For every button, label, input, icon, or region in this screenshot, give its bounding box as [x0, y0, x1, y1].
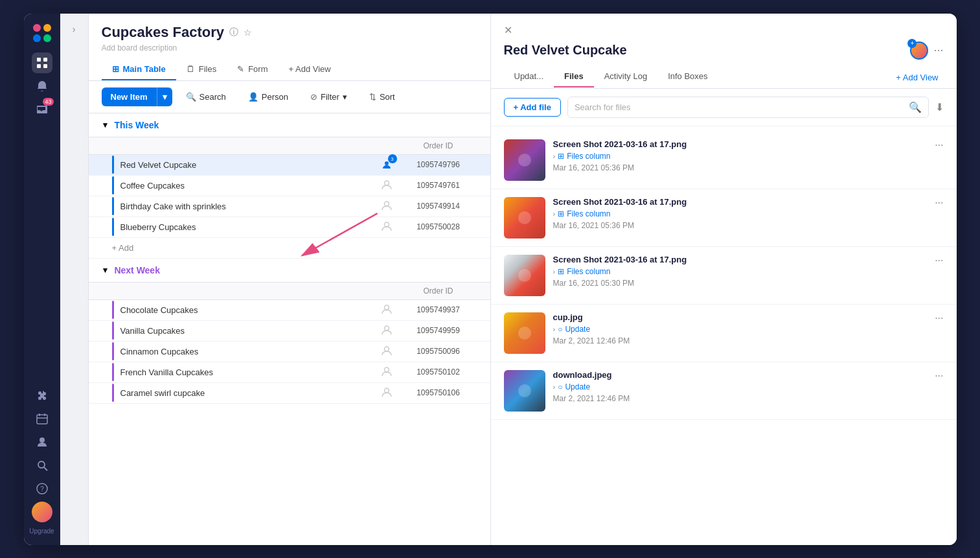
- svg-text:?: ?: [40, 485, 44, 493]
- file-more-button[interactable]: ···: [935, 197, 943, 209]
- nav-calendar-icon[interactable]: [32, 408, 52, 429]
- tab-form[interactable]: ✎ Form: [227, 59, 278, 80]
- upgrade-label[interactable]: Upgrade: [29, 528, 54, 535]
- add-file-button[interactable]: + Add file: [504, 98, 561, 117]
- table-row[interactable]: Vanilla Cupcakes 1095749959: [89, 321, 490, 342]
- filter-button[interactable]: ⊘ Filter ▾: [302, 87, 356, 106]
- row-name: Chocolate Cupcakes: [120, 300, 374, 320]
- file-more-button[interactable]: ···: [935, 312, 943, 324]
- row-name: Cinnamon Cupcakes: [120, 342, 374, 362]
- file-more-button[interactable]: ···: [935, 255, 943, 266]
- board-subtitle[interactable]: Add board description: [102, 43, 477, 52]
- tab-info-boxes[interactable]: Info Boxes: [657, 66, 718, 87]
- person-button[interactable]: 👤 Person: [240, 87, 297, 106]
- svg-point-27: [518, 154, 531, 167]
- file-source-icon-type: ⊞: [558, 152, 564, 161]
- row-order-id: 1095749761: [400, 181, 477, 190]
- group-this-week: ▼ This Week Order ID Red Velvet Cupcake: [89, 113, 490, 259]
- group-chevron-this-week[interactable]: ▼: [102, 121, 109, 130]
- detail-more-icon[interactable]: ···: [933, 43, 943, 57]
- nav-home-icon[interactable]: [32, 52, 52, 73]
- tab-add-view[interactable]: + Add View: [279, 59, 341, 80]
- tab-files[interactable]: 🗒 Files: [176, 59, 227, 80]
- file-source-chevron: ›: [553, 210, 556, 218]
- board-info-icon[interactable]: ⓘ: [229, 27, 238, 38]
- person-empty-icon[interactable]: [382, 221, 392, 233]
- user-avatar[interactable]: [32, 502, 52, 522]
- tab-add-view-label: + Add View: [289, 64, 331, 74]
- new-item-label: New Item: [102, 87, 157, 106]
- person-empty-icon[interactable]: [382, 345, 392, 358]
- sort-button[interactable]: ⇅ Sort: [361, 87, 404, 106]
- person-empty-icon[interactable]: [382, 200, 392, 213]
- file-source[interactable]: › ○ Update: [553, 382, 928, 391]
- nav-inbox-icon[interactable]: 43: [32, 99, 52, 120]
- tab-updates[interactable]: Updat...: [504, 66, 554, 87]
- file-more-button[interactable]: ···: [935, 139, 943, 151]
- nav-person-icon[interactable]: [32, 432, 52, 452]
- add-row-this-week[interactable]: + Add: [89, 238, 490, 259]
- svg-point-0: [33, 24, 41, 32]
- file-source[interactable]: › ○ Update: [553, 325, 928, 334]
- filter-chevron: ▾: [343, 92, 347, 102]
- file-item[interactable]: cup.jpg › ○ Update Mar 2, 2021 12:46 PM …: [491, 305, 957, 362]
- group-this-week-header: ▼ This Week: [89, 113, 490, 137]
- file-source-label: Files column: [567, 267, 610, 276]
- row-order-id: 1095750102: [400, 367, 477, 377]
- row-indicator: [112, 156, 114, 174]
- file-more-button[interactable]: ···: [935, 370, 943, 382]
- detail-avatar-plus[interactable]: +: [907, 39, 917, 48]
- row-person-cell: [374, 366, 400, 378]
- nav-bell-icon[interactable]: [32, 76, 52, 97]
- group-chevron-next-week[interactable]: ▼: [102, 266, 109, 275]
- tab-main-table[interactable]: ⊞ Main Table: [102, 59, 176, 80]
- table-row[interactable]: Coffee Cupcakes 1095749761: [89, 176, 490, 196]
- download-all-button[interactable]: ⬇: [935, 101, 944, 113]
- svg-rect-8: [37, 415, 47, 424]
- detail-close-button[interactable]: ✕: [504, 24, 512, 36]
- table-row[interactable]: French Vanilla Cupcakes 1095750102: [89, 362, 490, 383]
- table-row[interactable]: Red Velvet Cupcake 3 1095749796: [89, 155, 490, 176]
- file-item[interactable]: Screen Shot 2021-03-16 at 17.png › ⊞ Fil…: [491, 132, 957, 189]
- board-star-icon[interactable]: ☆: [244, 27, 252, 38]
- new-item-arrow[interactable]: ▾: [157, 87, 172, 106]
- table-row[interactable]: Cinnamon Cupcakes 1095750096: [89, 342, 490, 362]
- tab-activity-log[interactable]: Activity Log: [594, 66, 657, 87]
- table-row[interactable]: Chocolate Cupcakes 1095749937: [89, 300, 490, 321]
- nav-help-icon[interactable]: ?: [32, 478, 52, 499]
- svg-rect-7: [43, 64, 47, 68]
- person-empty-icon[interactable]: [382, 325, 392, 337]
- sidebar-toggle[interactable]: ›: [73, 24, 76, 34]
- nav-puzzle-icon[interactable]: [32, 385, 52, 406]
- search-files-input[interactable]: [575, 102, 905, 112]
- file-item[interactable]: download.jpeg › ○ Update Mar 2, 2021 12:…: [491, 362, 957, 420]
- person-empty-icon[interactable]: [382, 304, 392, 316]
- table-row[interactable]: Blueberry Cupcakes 1095750028: [89, 217, 490, 238]
- file-item[interactable]: Screen Shot 2021-03-16 at 17.png › ⊞ Fil…: [491, 247, 957, 305]
- new-item-button[interactable]: New Item ▾: [102, 87, 172, 106]
- table-row[interactable]: Birthday Cake with sprinkles 1095749914: [89, 196, 490, 217]
- file-source[interactable]: › ⊞ Files column: [553, 209, 928, 218]
- nav-search-icon[interactable]: [32, 455, 52, 476]
- file-source[interactable]: › ⊞ Files column: [553, 267, 928, 276]
- file-source[interactable]: › ⊞ Files column: [553, 152, 928, 161]
- tab-files-label: Files: [199, 64, 216, 74]
- person-bubble[interactable]: 3: [379, 157, 394, 172]
- search-button[interactable]: 🔍 Search: [177, 87, 234, 106]
- table-icon: ⊞: [112, 64, 119, 74]
- toolbar: New Item ▾ 🔍 Search 👤 Person ⊘ Filter ▾ …: [89, 81, 490, 113]
- table-row[interactable]: Caramel swirl cupcake 1095750106: [89, 383, 490, 404]
- app-logo[interactable]: [30, 21, 54, 45]
- person-empty-icon[interactable]: [382, 366, 392, 378]
- detail-add-view[interactable]: + Add View: [891, 66, 943, 88]
- person-empty-icon[interactable]: [382, 387, 392, 399]
- file-date: Mar 16, 2021 05:36 PM: [553, 221, 928, 230]
- row-order-id: 1095750096: [400, 347, 477, 356]
- file-source-icon-type: ○: [558, 325, 562, 334]
- person-empty-icon[interactable]: [382, 180, 392, 192]
- tab-files-detail[interactable]: Files: [554, 66, 594, 87]
- detail-tabs: Updat... Files Activity Log Info Boxes +…: [504, 66, 944, 88]
- file-item[interactable]: Screen Shot 2021-03-16 at 17.png › ⊞ Fil…: [491, 189, 957, 247]
- file-source-label: Files column: [567, 152, 610, 161]
- file-name: download.jpeg: [553, 370, 928, 380]
